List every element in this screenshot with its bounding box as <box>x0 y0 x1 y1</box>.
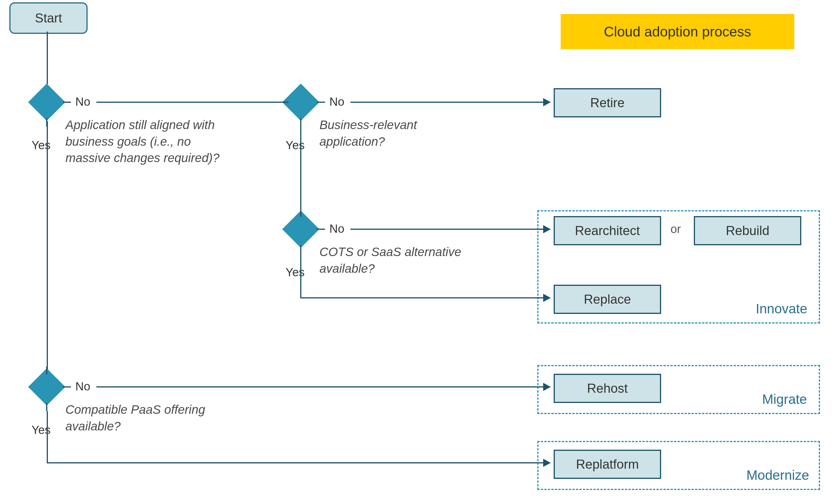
connector <box>96 386 543 388</box>
connector-tick <box>46 403 47 411</box>
edge-label-no: No <box>75 380 90 393</box>
connector-tick <box>63 386 71 388</box>
connector <box>350 102 543 103</box>
connector-tick <box>280 102 288 103</box>
decision-d3-question: COTS or SaaS alternative available? <box>320 244 471 277</box>
connector-tick <box>46 367 47 375</box>
outcome-rebuild: Rebuild <box>694 216 801 245</box>
connector-tick <box>300 209 301 217</box>
connector-tick <box>300 245 301 254</box>
connector <box>47 411 48 463</box>
arrowhead-icon <box>543 294 551 302</box>
decision-d2-question: Business-relevant application? <box>320 117 448 150</box>
connector <box>47 121 48 369</box>
group-migrate-label: Migrate <box>762 391 807 407</box>
edge-label-no: No <box>329 222 344 235</box>
group-innovate-label: Innovate <box>756 301 807 316</box>
connector <box>47 31 48 84</box>
edge-label-no: No <box>75 95 90 108</box>
arrowhead-icon <box>543 383 551 391</box>
connector <box>350 228 543 230</box>
flowchart-canvas: Cloud adoption process Start No Yes Appl… <box>0 0 834 504</box>
connector-tick <box>317 228 325 230</box>
connector <box>300 127 301 211</box>
decision-d1 <box>28 84 65 120</box>
decision-d1-question: Application still aligned with business … <box>65 117 229 167</box>
outcome-rehost: Rehost <box>554 374 661 403</box>
connector-tick <box>63 102 71 103</box>
outcome-replatform: Replatform <box>554 450 661 479</box>
group-modernize-label: Modernize <box>746 467 809 483</box>
connector <box>300 254 301 297</box>
connector <box>300 297 544 299</box>
edge-label-no: No <box>329 95 344 108</box>
edge-label-yes: Yes <box>286 139 305 152</box>
connector-tick <box>300 118 301 127</box>
connector <box>47 462 543 463</box>
start-node: Start <box>9 2 88 34</box>
arrowhead-icon <box>543 225 551 233</box>
decision-d4-question: Compatible PaaS offering available? <box>65 401 217 435</box>
or-label: or <box>671 222 681 236</box>
edge-label-yes: Yes <box>286 266 305 279</box>
outcome-replace: Replace <box>554 285 661 314</box>
diagram-title: Cloud adoption process <box>561 14 794 49</box>
connector-tick <box>317 102 325 103</box>
connector <box>96 102 283 103</box>
arrowhead-icon <box>543 459 551 467</box>
outcome-rearchitect: Rearchitect <box>554 216 661 245</box>
arrowhead-icon <box>543 98 551 106</box>
outcome-retire: Retire <box>554 88 661 117</box>
